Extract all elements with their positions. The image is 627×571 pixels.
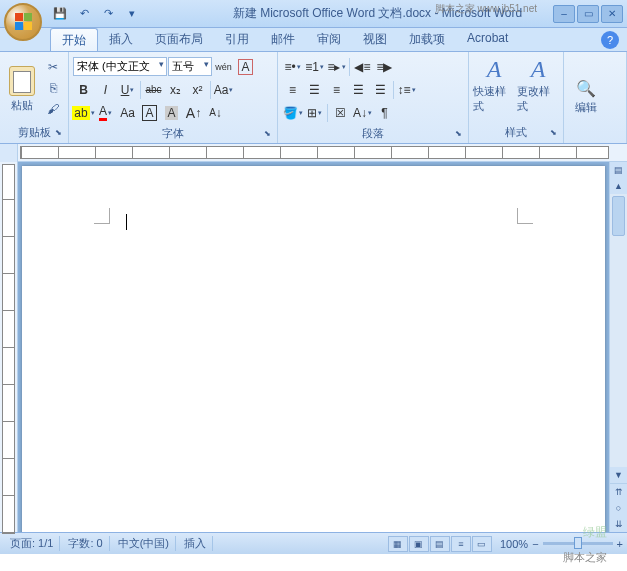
tab-references[interactable]: 引用 xyxy=(214,28,260,51)
highlight-button[interactable]: ab xyxy=(73,102,94,123)
align-right-button[interactable]: ≡ xyxy=(326,79,347,100)
borders-button[interactable]: ⊞ xyxy=(304,102,325,123)
grow-font-button[interactable]: A↑ xyxy=(183,102,204,123)
save-icon[interactable]: 💾 xyxy=(50,4,70,24)
redo-icon[interactable]: ↷ xyxy=(98,4,118,24)
paste-label: 粘贴 xyxy=(11,98,33,113)
draft-view[interactable]: ▭ xyxy=(472,536,492,552)
prev-page-icon[interactable]: ⇈ xyxy=(610,484,627,500)
print-layout-view[interactable]: ▦ xyxy=(388,536,408,552)
editing-button[interactable]: 🔍 编辑 xyxy=(568,56,604,137)
group-clipboard: 粘贴 ✂ ⎘ 🖌 剪贴板⬊ xyxy=(0,52,69,143)
shading-button[interactable]: 🪣 xyxy=(282,102,303,123)
bullets-button[interactable]: ≡• xyxy=(282,56,303,77)
multilevel-button[interactable]: ≡▸ xyxy=(326,56,347,77)
quick-access-toolbar: 💾 ↶ ↷ ▾ xyxy=(50,4,142,24)
zoom-in-button[interactable]: + xyxy=(617,538,623,550)
sort-button[interactable]: A↓ xyxy=(352,102,373,123)
font-launcher[interactable]: ⬊ xyxy=(261,129,273,141)
quick-styles-button[interactable]: A 快速样式 xyxy=(473,56,515,122)
full-screen-view[interactable]: ▣ xyxy=(409,536,429,552)
tab-addins[interactable]: 加载项 xyxy=(398,28,456,51)
tab-view[interactable]: 视图 xyxy=(352,28,398,51)
outline-view[interactable]: ≡ xyxy=(451,536,471,552)
help-icon[interactable]: ? xyxy=(601,31,619,49)
increase-indent-button[interactable]: ≡▶ xyxy=(374,56,395,77)
zoom-slider[interactable] xyxy=(543,542,613,545)
char-border-button[interactable]: A xyxy=(139,102,160,123)
paragraph-launcher[interactable]: ⬊ xyxy=(452,129,464,141)
ruler-toggle[interactable]: ▤ xyxy=(610,162,627,178)
font-family-combo[interactable]: 宋体 (中文正文 xyxy=(73,57,167,76)
tab-page-layout[interactable]: 页面布局 xyxy=(144,28,214,51)
decrease-indent-button[interactable]: ◀≡ xyxy=(352,56,373,77)
maximize-button[interactable]: ▭ xyxy=(577,5,599,23)
qat-customize-icon[interactable]: ▾ xyxy=(122,4,142,24)
clear-formatting-button[interactable]: A xyxy=(235,56,256,77)
status-page[interactable]: 页面: 1/1 xyxy=(4,536,60,551)
tab-review[interactable]: 审阅 xyxy=(306,28,352,51)
change-styles-label: 更改样式 xyxy=(517,84,559,114)
font-color-button[interactable]: A xyxy=(95,102,116,123)
font-size-combo[interactable]: 五号 xyxy=(168,57,212,76)
zoom-knob[interactable] xyxy=(574,537,582,549)
superscript-button[interactable]: x² xyxy=(187,79,208,100)
page-container xyxy=(18,162,609,532)
group-paragraph: ≡• ≡1 ≡▸ ◀≡ ≡▶ ≡ ☰ ≡ ☰ ☰ ↕≡ 🪣 xyxy=(278,52,469,143)
scroll-up-icon[interactable]: ▲ xyxy=(610,178,627,194)
numbering-button[interactable]: ≡1 xyxy=(304,56,325,77)
status-insert-mode[interactable]: 插入 xyxy=(178,536,213,551)
ruler-scale[interactable] xyxy=(20,146,609,159)
styles-launcher[interactable]: ⬊ xyxy=(547,128,559,140)
office-button[interactable] xyxy=(4,3,42,41)
paste-button[interactable]: 粘贴 xyxy=(4,56,40,122)
cut-icon[interactable]: ✂ xyxy=(44,58,62,76)
scroll-thumb[interactable] xyxy=(612,196,625,236)
status-language[interactable]: 中文(中国) xyxy=(112,536,176,551)
strikethrough-button[interactable]: abc xyxy=(143,79,164,100)
paste-icon xyxy=(9,66,35,96)
distributed-button[interactable]: ☰ xyxy=(370,79,391,100)
close-button[interactable]: ✕ xyxy=(601,5,623,23)
status-words[interactable]: 字数: 0 xyxy=(62,536,109,551)
snap-to-grid-button[interactable]: ☒ xyxy=(330,102,351,123)
tab-home[interactable]: 开始 xyxy=(50,28,98,51)
horizontal-ruler[interactable] xyxy=(0,144,627,162)
tab-selector[interactable] xyxy=(0,144,18,162)
underline-button[interactable]: U xyxy=(117,79,138,100)
align-left-button[interactable]: ≡ xyxy=(282,79,303,100)
status-bar: 页面: 1/1 字数: 0 中文(中国) 插入 ▦ ▣ ▤ ≡ ▭ 100% −… xyxy=(0,532,627,554)
italic-button[interactable]: I xyxy=(95,79,116,100)
clipboard-launcher[interactable]: ⬊ xyxy=(52,128,64,140)
shrink-font-button[interactable]: A↓ xyxy=(205,102,226,123)
copy-icon[interactable]: ⎘ xyxy=(44,79,62,97)
char-scaling-button[interactable]: Aa xyxy=(117,102,138,123)
phonetic-guide-button[interactable]: wén xyxy=(213,56,234,77)
change-case-button[interactable]: Aa xyxy=(213,79,234,100)
window-controls: – ▭ ✕ xyxy=(553,5,623,23)
vertical-ruler[interactable] xyxy=(0,162,18,532)
browse-object-icon[interactable]: ○ xyxy=(610,500,627,516)
vertical-scrollbar[interactable]: ▤ ▲ ▼ ⇈ ○ ⇊ xyxy=(609,162,627,532)
tab-mailings[interactable]: 邮件 xyxy=(260,28,306,51)
minimize-button[interactable]: – xyxy=(553,5,575,23)
tab-acrobat[interactable]: Acrobat xyxy=(456,28,519,51)
subscript-button[interactable]: x₂ xyxy=(165,79,186,100)
undo-icon[interactable]: ↶ xyxy=(74,4,94,24)
change-styles-button[interactable]: A 更改样式 xyxy=(517,56,559,122)
format-painter-icon[interactable]: 🖌 xyxy=(44,100,62,118)
line-spacing-button[interactable]: ↕≡ xyxy=(396,79,417,100)
editing-label: 编辑 xyxy=(575,100,597,115)
char-shading-button[interactable]: A xyxy=(161,102,182,123)
web-layout-view[interactable]: ▤ xyxy=(430,536,450,552)
scroll-down-icon[interactable]: ▼ xyxy=(610,467,627,483)
document-area: ▤ ▲ ▼ ⇈ ○ ⇊ xyxy=(0,162,627,532)
bold-button[interactable]: B xyxy=(73,79,94,100)
zoom-level[interactable]: 100% xyxy=(500,538,528,550)
align-center-button[interactable]: ☰ xyxy=(304,79,325,100)
tab-insert[interactable]: 插入 xyxy=(98,28,144,51)
next-page-icon[interactable]: ⇊ xyxy=(610,516,627,532)
show-marks-button[interactable]: ¶ xyxy=(374,102,395,123)
justify-button[interactable]: ☰ xyxy=(348,79,369,100)
document-page[interactable] xyxy=(22,166,605,532)
